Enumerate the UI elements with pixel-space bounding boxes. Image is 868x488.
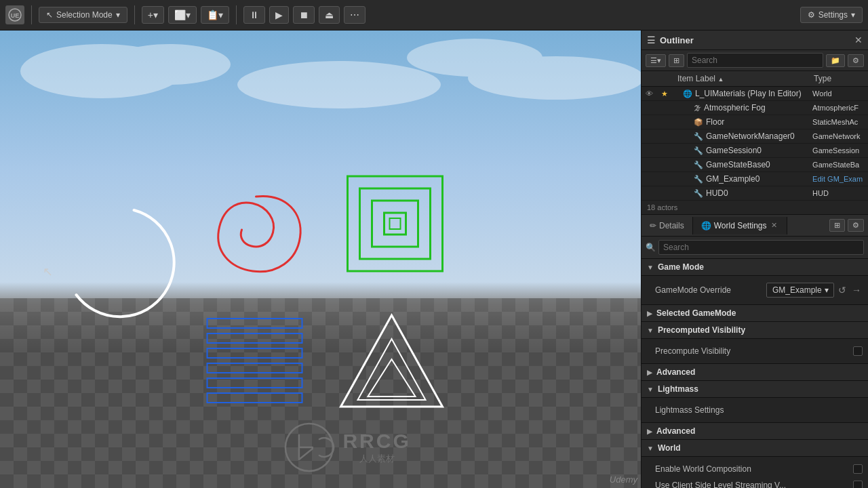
eject-button[interactable]: ⏏	[319, 6, 340, 24]
pause-button[interactable]: ⏸	[243, 6, 265, 24]
row-item-icon: 🔧	[694, 146, 703, 155]
sep-3	[236, 5, 237, 24]
outliner-view-button[interactable]: ⊞	[669, 54, 684, 67]
world-section-body: Enable World Composition Use Client Side…	[642, 457, 868, 488]
actors-count: 18 actors	[642, 201, 868, 215]
enable-world-comp-value	[853, 464, 863, 474]
bottom-panels: ✏ Details 🌐 World Settings ✕ ⊞ ⚙ 🔍	[642, 215, 868, 488]
tab-grid-button[interactable]: ⊞	[829, 219, 845, 232]
tab-world-settings[interactable]: 🌐 World Settings ✕	[693, 217, 787, 235]
row-type-col: GameSession	[808, 144, 868, 158]
table-row[interactable]: 🔧GameNetworkManager0GameNetwork	[642, 129, 868, 144]
section-advanced-2[interactable]: Advanced	[642, 423, 868, 440]
play-button[interactable]: ▶	[269, 6, 289, 24]
prop-gamemode-override: GameMode Override GM_Example ▾ ↺ →	[642, 280, 868, 300]
table-row[interactable]: 👁★🌐L_UIMaterials (Play In Editor)World	[642, 87, 868, 101]
outliner-title: Outliner	[660, 35, 850, 45]
prop-precompute-vis: Precompute Visibility	[642, 343, 868, 359]
outliner-settings-button[interactable]: ⚙	[848, 54, 864, 67]
row-item-icon: 🔧	[694, 189, 703, 198]
edit-gm-link[interactable]: Edit GM_Exam	[812, 175, 863, 183]
client-side-streaming-checkbox[interactable]	[853, 481, 863, 488]
settings-button[interactable]: ⚙ Settings ▾	[800, 7, 863, 23]
outliner-folder-button[interactable]: 📁	[826, 54, 845, 67]
row-star-col	[657, 101, 672, 115]
enable-world-comp-checkbox[interactable]	[853, 464, 863, 474]
prop-lightmass-settings: Lightmass Settings	[642, 402, 868, 418]
outliner-table: Item Label ▲ Type 👁★🌐L_UIMaterials (Play…	[642, 71, 868, 201]
section-advanced-1[interactable]: Advanced	[642, 364, 868, 381]
viewport[interactable]: ↖ RRCG 人人素材 Udemy	[0, 30, 641, 488]
row-label-col: 🔧GM_Example0	[672, 172, 808, 186]
table-row[interactable]: 🔧GameStateBase0GameStateBa	[642, 158, 868, 172]
details-search-input[interactable]	[658, 240, 864, 255]
row-label-col: 🌫Atmospheric Fog	[672, 101, 808, 115]
client-side-streaming-value	[853, 481, 863, 488]
mode-button[interactable]: ⬜▾	[168, 6, 197, 24]
advanced-2-arrow	[647, 428, 652, 435]
rrcg-watermark: RRCG 人人素材	[281, 420, 410, 474]
table-row[interactable]: 🔧GameSession0GameSession	[642, 144, 868, 158]
col-type: Type	[808, 71, 868, 87]
row-star-col	[657, 115, 672, 129]
blueprint-button[interactable]: 📋▾	[201, 6, 229, 24]
row-star-col	[657, 186, 672, 201]
table-row[interactable]: 🔧HUD0HUD	[642, 186, 868, 201]
row-item-icon: 🔧	[694, 132, 703, 141]
table-row[interactable]: 📦FloorStaticMeshAc	[642, 115, 868, 129]
svg-text:UE: UE	[11, 12, 20, 19]
ue-logo[interactable]: UE	[5, 5, 24, 24]
section-precomputed-visibility[interactable]: Precomputed Visibility	[642, 322, 868, 339]
section-lightmass[interactable]: Lightmass	[642, 381, 868, 398]
row-item-label: HUD0	[706, 188, 728, 198]
outliner-close-button[interactable]: ✕	[854, 35, 863, 45]
gamemode-reset-button[interactable]: ↺	[837, 285, 848, 296]
row-eye-col	[642, 115, 657, 129]
outliner-search-input[interactable]	[687, 53, 823, 68]
row-item-icon: 🔧	[694, 161, 703, 169]
sep-1	[31, 5, 32, 24]
row-item-icon: 📦	[694, 118, 703, 127]
game-mode-arrow	[647, 264, 654, 271]
cursor-icon: ↖	[46, 10, 53, 20]
gamemode-override-value: GM_Example ▾ ↺ →	[766, 283, 863, 298]
row-item-label: GameSession0	[706, 146, 762, 155]
table-row[interactable]: 🔧GM_Example0Edit GM_Exam	[642, 172, 868, 186]
row-label-col: 🔧GameSession0	[672, 144, 808, 158]
add-button[interactable]: +▾	[142, 6, 164, 24]
details-tab-label: Details	[659, 221, 684, 230]
outliner-icon: ☰	[647, 35, 656, 45]
table-row[interactable]: 🌫Atmospheric FogAtmosphericF	[642, 101, 868, 115]
selection-mode-button[interactable]: ↖ Selection Mode ▾	[39, 7, 127, 23]
row-star-col: ★	[657, 87, 672, 101]
world-settings-close-button[interactable]: ✕	[770, 221, 778, 230]
gamemode-nav-button[interactable]: →	[850, 285, 863, 296]
outliner-table-body: 👁★🌐L_UIMaterials (Play In Editor)World🌫A…	[642, 87, 868, 201]
tab-settings-button[interactable]: ⚙	[848, 219, 864, 232]
row-label-col: 🔧HUD0	[672, 186, 808, 201]
selected-gamemode-arrow	[647, 310, 652, 317]
precompute-vis-checkbox[interactable]	[853, 346, 863, 356]
sep-2	[134, 5, 135, 24]
svg-point-5	[407, 39, 542, 77]
outliner-filter-button[interactable]: ☰▾	[646, 54, 666, 67]
tab-details[interactable]: ✏ Details	[642, 217, 693, 235]
precomputed-vis-arrow	[647, 327, 654, 334]
section-game-mode[interactable]: Game Mode	[642, 259, 868, 276]
row-eye-col	[642, 186, 657, 201]
col-item-label: Item Label ▲	[672, 71, 808, 87]
chevron-down-icon: ▾	[116, 10, 120, 20]
enable-world-comp-label: Enable World Composition	[655, 464, 853, 474]
lightmass-label: Lightmass	[658, 384, 698, 394]
row-type-col: StaticMeshAc	[808, 115, 868, 129]
row-type-col: GameStateBa	[808, 158, 868, 172]
stop-button[interactable]: ⏹	[293, 6, 315, 24]
rrcg-logo-svg	[281, 420, 336, 474]
main-layout: ↖ RRCG 人人素材 Udemy ☰ Outliner ✕	[0, 30, 868, 488]
gamemode-override-dropdown[interactable]: GM_Example ▾	[766, 283, 834, 298]
section-world[interactable]: World	[642, 440, 868, 457]
main-toolbar: UE ↖ Selection Mode ▾ +▾ ⬜▾ 📋▾ ⏸ ▶ ⏹ ⏏ ⋯…	[0, 0, 868, 30]
section-selected-gamemode[interactable]: Selected GameMode	[642, 305, 868, 322]
more-button[interactable]: ⋯	[344, 6, 366, 24]
search-icon: 🔍	[646, 243, 656, 252]
